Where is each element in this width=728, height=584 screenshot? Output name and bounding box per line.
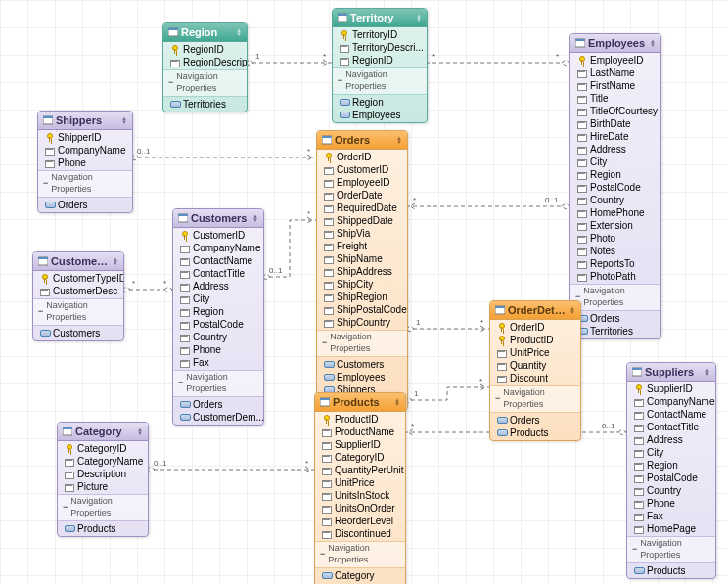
property-ContactTitle[interactable]: ContactTitle — [173, 267, 263, 280]
property-Address[interactable]: Address — [627, 433, 715, 446]
entity-header[interactable]: Employees▲▼ — [570, 34, 660, 53]
nav-CustomerDem...[interactable]: CustomerDem... — [173, 411, 263, 424]
property-PostalCode[interactable]: PostalCode — [570, 181, 660, 194]
entity-category[interactable]: Category▲▼CategoryIDCategoryNameDescript… — [57, 422, 149, 537]
nav-properties-header[interactable]: Navigation Properties — [163, 69, 247, 96]
nav-Employees[interactable]: Employees — [317, 371, 407, 383]
property-RegionID[interactable]: RegionID — [333, 54, 427, 67]
property-OrderID[interactable]: OrderID — [317, 151, 407, 163]
entity-header[interactable]: Shippers▲▼ — [38, 112, 132, 130]
property-TerritoryDescri...[interactable]: TerritoryDescri... — [333, 41, 427, 54]
entity-header[interactable]: Category▲▼ — [58, 423, 148, 441]
property-Notes[interactable]: Notes — [570, 245, 660, 257]
property-RegionID[interactable]: RegionID — [163, 43, 247, 56]
property-SupplierID[interactable]: SupplierID — [627, 382, 715, 395]
property-UnitPrice[interactable]: UnitPrice — [315, 476, 405, 489]
property-PostalCode[interactable]: PostalCode — [627, 472, 715, 484]
property-ShippedDate[interactable]: ShippedDate — [317, 214, 407, 227]
property-ReorderLevel[interactable]: ReorderLevel — [315, 515, 405, 527]
entity-customers[interactable]: Customers▲▼CustomerIDCompanyNameContactN… — [172, 208, 264, 426]
property-CustomerID[interactable]: CustomerID — [317, 163, 407, 176]
property-Phone[interactable]: Phone — [627, 497, 715, 510]
property-UnitsInStock[interactable]: UnitsInStock — [315, 489, 405, 502]
entity-region[interactable]: Region▲▼RegionIDRegionDescript...Navigat… — [162, 22, 248, 112]
collapse-icon[interactable]: ▲▼ — [569, 306, 575, 314]
entity-header[interactable]: OrderDetails▲▼ — [490, 301, 580, 320]
property-RegionDescript...[interactable]: RegionDescript... — [163, 56, 247, 68]
property-SupplierID[interactable]: SupplierID — [315, 438, 405, 451]
property-PhotoPath[interactable]: PhotoPath — [570, 270, 660, 283]
property-EmployeeID[interactable]: EmployeeID — [317, 176, 407, 189]
property-ShipName[interactable]: ShipName — [317, 252, 407, 265]
property-City[interactable]: City — [627, 446, 715, 459]
collapse-icon[interactable]: ▲▼ — [236, 28, 242, 36]
property-RequiredDate[interactable]: RequiredDate — [317, 202, 407, 214]
nav-properties-header[interactable]: Navigation Properties — [315, 541, 405, 567]
nav-Orders[interactable]: Orders — [490, 414, 580, 427]
property-HomePhone[interactable]: HomePhone — [570, 206, 660, 219]
nav-properties-header[interactable]: Navigation Properties — [570, 284, 660, 310]
entity-orders[interactable]: Orders▲▼OrderIDCustomerIDEmployeeIDOrder… — [316, 130, 408, 411]
collapse-icon[interactable]: ▲▼ — [705, 368, 710, 376]
property-ShipRegion[interactable]: ShipRegion — [317, 291, 407, 303]
property-OrderID[interactable]: OrderID — [490, 321, 580, 334]
property-ShipCountry[interactable]: ShipCountry — [317, 316, 407, 329]
property-ContactName[interactable]: ContactName — [627, 408, 715, 421]
nav-Territories[interactable]: Territories — [570, 325, 660, 337]
property-PostalCode[interactable]: PostalCode — [173, 318, 263, 331]
nav-Orders[interactable]: Orders — [173, 398, 263, 411]
property-FirstName[interactable]: FirstName — [570, 79, 660, 92]
nav-Orders[interactable]: Orders — [38, 199, 132, 211]
property-CustomerTypeID[interactable]: CustomerTypeID — [33, 272, 123, 285]
property-CompanyName[interactable]: CompanyName — [38, 144, 132, 157]
property-CategoryName[interactable]: CategoryName — [58, 455, 148, 468]
nav-Products[interactable]: Products — [58, 522, 148, 535]
property-ContactName[interactable]: ContactName — [173, 254, 263, 267]
collapse-icon[interactable]: ▲▼ — [396, 136, 402, 144]
property-Fax[interactable]: Fax — [173, 356, 263, 369]
nav-properties-header[interactable]: Navigation Properties — [173, 370, 263, 396]
nav-Territories[interactable]: Territories — [163, 98, 247, 111]
property-Fax[interactable]: Fax — [627, 510, 715, 522]
property-City[interactable]: City — [173, 292, 263, 305]
property-ProductID[interactable]: ProductID — [490, 334, 580, 346]
entity-employees[interactable]: Employees▲▼EmployeeIDLastNameFirstNameTi… — [569, 33, 661, 339]
property-Picture[interactable]: Picture — [58, 480, 148, 493]
property-Extension[interactable]: Extension — [570, 219, 660, 232]
nav-Orders[interactable]: Orders — [570, 312, 660, 325]
property-EmployeeID[interactable]: EmployeeID — [570, 54, 660, 67]
nav-Customers[interactable]: Customers — [33, 327, 123, 339]
collapse-icon[interactable]: ▲▼ — [121, 116, 127, 124]
entity-header[interactable]: CustomerD...▲▼ — [33, 252, 123, 271]
collapse-icon[interactable]: ▲▼ — [137, 427, 143, 435]
nav-properties-header[interactable]: Navigation Properties — [490, 385, 580, 412]
entity-customerd[interactable]: CustomerD...▲▼CustomerTypeIDCustomerDesc… — [32, 251, 124, 341]
property-Discount[interactable]: Discount — [490, 372, 580, 384]
property-ShipperID[interactable]: ShipperID — [38, 131, 132, 144]
property-Region[interactable]: Region — [173, 305, 263, 318]
property-Region[interactable]: Region — [570, 168, 660, 181]
property-Photo[interactable]: Photo — [570, 232, 660, 245]
property-Country[interactable]: Country — [570, 194, 660, 206]
property-CompanyName[interactable]: CompanyName — [173, 242, 263, 254]
nav-Customers[interactable]: Customers — [317, 358, 407, 371]
nav-properties-header[interactable]: Navigation Properties — [333, 67, 427, 94]
property-ShipAddress[interactable]: ShipAddress — [317, 265, 407, 278]
entity-territory[interactable]: Territory▲▼TerritoryIDTerritoryDescri...… — [332, 8, 428, 123]
property-Title[interactable]: Title — [570, 92, 660, 105]
property-TitleOfCourtesy[interactable]: TitleOfCourtesy — [570, 105, 660, 117]
property-Region[interactable]: Region — [627, 459, 715, 472]
entity-header[interactable]: Suppliers▲▼ — [627, 363, 715, 382]
property-CategoryID[interactable]: CategoryID — [315, 451, 405, 464]
collapse-icon[interactable]: ▲▼ — [650, 39, 656, 47]
nav-properties-header[interactable]: Navigation Properties — [38, 170, 132, 197]
nav-Region[interactable]: Region — [333, 96, 427, 109]
nav-Products[interactable]: Products — [490, 427, 580, 439]
nav-Employees[interactable]: Employees — [333, 109, 427, 121]
entity-header[interactable]: Products▲▼ — [315, 393, 405, 412]
property-ContactTitle[interactable]: ContactTitle — [627, 421, 715, 433]
property-Address[interactable]: Address — [570, 143, 660, 156]
property-CategoryID[interactable]: CategoryID — [58, 442, 148, 455]
entity-shippers[interactable]: Shippers▲▼ShipperIDCompanyNamePhoneNavig… — [37, 111, 133, 213]
property-City[interactable]: City — [570, 156, 660, 168]
